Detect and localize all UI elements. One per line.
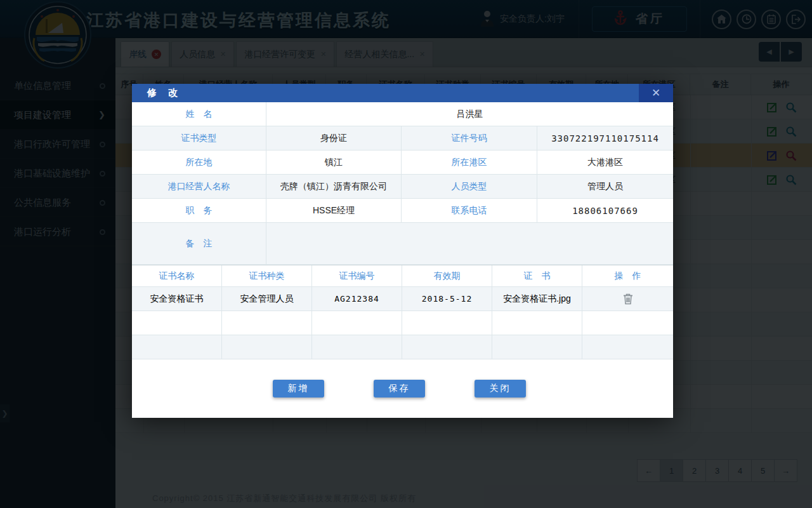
close-icon[interactable]: ✕ bbox=[639, 84, 673, 102]
dialog-title: 修 改 bbox=[132, 87, 639, 99]
cert-column-header: 操 作 bbox=[582, 265, 673, 287]
close-button[interactable]: 关闭 bbox=[475, 380, 526, 398]
port-area-field[interactable]: 大港港区 bbox=[537, 150, 673, 175]
cert-file-link[interactable]: 安全资格证书.jpg bbox=[492, 287, 582, 311]
certificate-table: 证书名称 证书种类 证书编号 有效期 证 书 操 作 安全资格证书 安全管理人员… bbox=[132, 265, 673, 359]
cert-number-cell: AG212384 bbox=[312, 287, 402, 311]
modal-footer: 新增 保存 关闭 bbox=[132, 359, 673, 418]
remark-field[interactable] bbox=[266, 223, 673, 265]
remark-label: 备 注 bbox=[132, 223, 266, 265]
delete-icon[interactable] bbox=[623, 293, 633, 305]
position-field[interactable]: HSSE经理 bbox=[266, 199, 402, 223]
phone-label: 联系电话 bbox=[402, 199, 537, 223]
cert-column-header: 证 书 bbox=[492, 265, 582, 287]
id-number-label: 证件号码 bbox=[402, 126, 537, 150]
cert-op-cell bbox=[582, 287, 673, 311]
modify-dialog: 修 改 ✕ 姓 名 吕洪星 证书类型 身份证 证件号码 330722197110… bbox=[132, 84, 673, 418]
cert-empty-cell bbox=[492, 335, 582, 359]
cert-empty-cell bbox=[582, 335, 673, 359]
person-type-field[interactable]: 管理人员 bbox=[537, 175, 673, 199]
modify-dialog-header: 修 改 ✕ bbox=[132, 84, 673, 102]
save-button[interactable]: 保存 bbox=[374, 380, 425, 398]
phone-field[interactable]: 18806107669 bbox=[537, 199, 673, 223]
id-number-field[interactable]: 330722197110175114 bbox=[537, 126, 673, 150]
cert-kind-cell: 安全管理人员 bbox=[222, 287, 312, 311]
add-button[interactable]: 新增 bbox=[273, 380, 324, 398]
cert-empty-cell bbox=[222, 311, 312, 335]
name-field[interactable]: 吕洪星 bbox=[266, 102, 673, 126]
cert-empty-cell bbox=[402, 335, 492, 359]
person-type-label: 人员类型 bbox=[402, 175, 537, 199]
cert-empty-cell bbox=[222, 335, 312, 359]
app-root: 江苏省港口建设与经营管理信息系统 安全负责人:刘宇 省厅 bbox=[0, 0, 812, 508]
name-label: 姓 名 bbox=[132, 102, 266, 126]
port-area-label: 所在港区 bbox=[402, 150, 537, 175]
cert-type-field[interactable]: 身份证 bbox=[266, 126, 402, 150]
operator-label: 港口经营人名称 bbox=[132, 175, 266, 199]
cert-valid-cell: 2018-5-12 bbox=[402, 287, 492, 311]
location-label: 所在地 bbox=[132, 150, 266, 175]
position-label: 职 务 bbox=[132, 199, 266, 223]
cert-column-header: 证书名称 bbox=[132, 265, 222, 287]
cert-type-label: 证书类型 bbox=[132, 126, 266, 150]
cert-empty-cell bbox=[492, 311, 582, 335]
cert-empty-cell bbox=[312, 311, 402, 335]
cert-name-cell: 安全资格证书 bbox=[132, 287, 222, 311]
cert-empty-cell bbox=[312, 335, 402, 359]
cert-empty-cell bbox=[132, 311, 222, 335]
cert-empty-cell bbox=[402, 311, 492, 335]
operator-field[interactable]: 壳牌（镇江）沥青有限公司 bbox=[266, 175, 402, 199]
cert-column-header: 证书种类 bbox=[222, 265, 312, 287]
location-field[interactable]: 镇江 bbox=[266, 150, 402, 175]
cert-empty-cell bbox=[582, 311, 673, 335]
modify-form: 姓 名 吕洪星 证书类型 身份证 证件号码 330722197110175114… bbox=[132, 102, 673, 265]
cert-column-header: 有效期 bbox=[402, 265, 492, 287]
cert-empty-cell bbox=[132, 335, 222, 359]
cert-column-header: 证书编号 bbox=[312, 265, 402, 287]
